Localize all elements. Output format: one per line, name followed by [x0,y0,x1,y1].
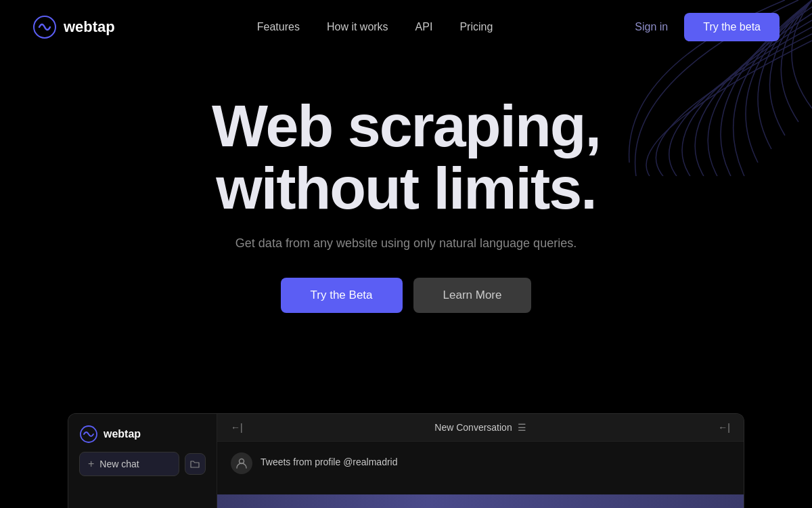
hero-section: Web scraping, without limits. Get data f… [0,54,812,340]
app-response-bar [217,494,744,508]
app-main-content: Tweets from profile @realmadrid [217,442,744,494]
nav-link-features[interactable]: Features [257,21,300,33]
app-message-text: Tweets from profile @realmadrid [261,452,398,467]
hero-title-line1: Web scraping, [212,92,600,159]
hero-subtitle: Get data from any website using only nat… [32,236,780,251]
app-main: ←| New Conversation ☰ ←| Tweets from pro… [217,414,744,508]
menu-icon: ☰ [518,422,526,433]
app-main-header: ←| New Conversation ☰ ←| [217,414,744,442]
folder-icon[interactable] [185,453,206,475]
sign-in-button[interactable]: Sign in [635,21,668,33]
new-chat-button[interactable]: + New chat [79,452,179,476]
logo-icon [32,15,57,39]
hero-buttons: Try the Beta Learn More [32,278,780,313]
new-chat-label: New chat [99,459,139,469]
hero-title: Web scraping, without limits. [32,95,780,220]
try-beta-hero-button[interactable]: Try the Beta [281,278,403,313]
app-header-title: New Conversation ☰ [434,422,526,433]
nav-link-api[interactable]: API [415,21,433,33]
logo[interactable]: webtap [32,15,115,39]
nav-link-how-it-works[interactable]: How it works [327,21,388,33]
app-sidebar-logo-icon [79,425,98,444]
try-beta-nav-button[interactable]: Try the beta [684,13,780,41]
app-preview: webtap + New chat ←| New Conversation ☰ [68,413,744,508]
plus-icon: + [88,458,94,470]
app-sidebar-logo-text: webtap [104,428,141,440]
hero-title-line2: without limits. [216,154,596,221]
user-avatar-icon [231,452,252,474]
app-message: Tweets from profile @realmadrid [261,452,398,467]
back-arrow-icon: ←| [231,422,243,433]
app-header-collapse[interactable]: ←| [718,422,730,433]
nav-link-pricing[interactable]: Pricing [459,21,493,33]
logo-text: webtap [64,18,115,36]
learn-more-button[interactable]: Learn More [413,278,532,313]
app-header-back[interactable]: ←| [231,422,243,433]
nav-links: Features How it works API Pricing [257,21,493,33]
nav-actions: Sign in Try the beta [635,13,780,41]
navbar: webtap Features How it works API Pricing… [0,0,812,54]
app-sidebar: webtap + New chat [68,414,217,508]
app-sidebar-logo: webtap [79,425,206,444]
